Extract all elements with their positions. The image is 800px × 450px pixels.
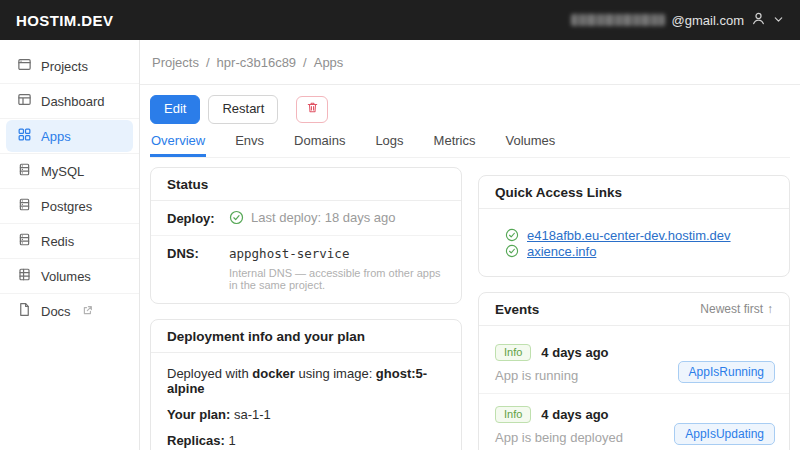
- status-card-title: Status: [151, 168, 461, 201]
- volumes-icon: [17, 267, 32, 285]
- event-time: 4 days ago: [541, 345, 608, 360]
- database-icon: [17, 162, 32, 180]
- sidebar-divider: [0, 293, 139, 294]
- deployment-card-title: Deployment info and your plan: [151, 320, 461, 353]
- check-circle-icon: [229, 210, 244, 225]
- tab-volumes[interactable]: Volumes: [504, 126, 556, 157]
- event-type-badge: AppIsUpdating: [674, 423, 775, 445]
- docs-icon: [17, 302, 32, 320]
- app-logo: HOSTIM.DEV: [16, 12, 113, 29]
- projects-icon: [17, 57, 32, 75]
- sidebar-item-volumes[interactable]: Volumes: [6, 260, 133, 292]
- tab-domains[interactable]: Domains: [293, 126, 346, 157]
- sidebar-divider: [0, 258, 139, 259]
- redacted-email: [571, 14, 665, 26]
- event-message: App is running: [495, 368, 609, 383]
- external-link-icon: [80, 304, 93, 319]
- database-icon: [17, 232, 32, 250]
- event-message: App is being deployed: [495, 430, 623, 445]
- deployment-card: Deployment info and your plan Deployed w…: [150, 319, 462, 450]
- edit-button[interactable]: Edit: [150, 95, 200, 124]
- check-circle-icon: [505, 228, 519, 242]
- info-badge: Info: [495, 344, 531, 361]
- sidebar-divider: [0, 153, 139, 154]
- breadcrumb-separator: /: [303, 55, 307, 70]
- main-content: Projects / hpr-c3b16c89 / Apps Edit Rest…: [140, 40, 800, 450]
- events-card: Events Newest first ↑ Info: [478, 292, 790, 450]
- restart-button[interactable]: Restart: [208, 95, 278, 124]
- sidebar-item-postgres[interactable]: Postgres: [6, 190, 133, 222]
- breadcrumb-current-apps: Apps: [314, 55, 344, 70]
- plan-row: Replicas: 1: [167, 433, 445, 448]
- quick-link-row: e418afbb.eu-center-dev.hostim.dev: [505, 228, 773, 243]
- dns-value: appghost-service: [229, 244, 445, 261]
- sidebar-divider: [0, 188, 139, 189]
- breadcrumb-projects[interactable]: Projects: [152, 55, 199, 70]
- apps-grid-icon: [17, 127, 32, 145]
- dashboard-icon: [17, 92, 32, 110]
- tab-logs[interactable]: Logs: [374, 126, 404, 157]
- quick-links-title: Quick Access Links: [479, 176, 789, 209]
- sidebar-item-apps[interactable]: Apps: [6, 120, 133, 152]
- tab-overview[interactable]: Overview: [150, 126, 206, 157]
- topbar: HOSTIM.DEV @gmail.com: [0, 0, 800, 40]
- events-title: Events: [495, 302, 539, 317]
- quick-link[interactable]: e418afbb.eu-center-dev.hostim.dev: [527, 228, 731, 243]
- breadcrumb: Projects / hpr-c3b16c89 / Apps: [140, 40, 800, 85]
- deploy-row: Deploy: Last deploy: 18 days ago: [151, 201, 461, 236]
- sidebar: Projects Dashboard Apps MySQL Postgres R…: [0, 40, 140, 450]
- delete-button[interactable]: [296, 96, 328, 123]
- email-suffix: @gmail.com: [672, 13, 744, 28]
- dns-row: DNS: appghost-service Internal DNS — acc…: [151, 236, 461, 303]
- quick-link-row: axience.info: [505, 244, 773, 259]
- tab-envs[interactable]: Envs: [234, 126, 265, 157]
- user-icon: [751, 11, 766, 29]
- arrow-up-icon: ↑: [767, 302, 773, 316]
- breadcrumb-separator: /: [206, 55, 210, 70]
- right-column: Quick Access Links e418afbb.eu-center-de…: [478, 175, 790, 450]
- sidebar-item-docs[interactable]: Docs: [6, 295, 133, 327]
- check-circle-icon: [505, 244, 519, 258]
- chevron-down-icon: [773, 13, 784, 28]
- deploy-status-text: Last deploy: 18 days ago: [251, 210, 396, 225]
- dns-note: Internal DNS — accessible from other app…: [229, 267, 445, 291]
- trash-icon: [306, 101, 319, 118]
- sidebar-divider: [0, 223, 139, 224]
- database-icon: [17, 197, 32, 215]
- sort-toggle[interactable]: Newest first ↑: [700, 302, 773, 316]
- deployed-with-line: Deployed with docker using image: ghost:…: [167, 366, 445, 396]
- event-time: 4 days ago: [541, 407, 608, 422]
- tab-metrics[interactable]: Metrics: [433, 126, 477, 157]
- left-column: Status Deploy: Last deploy: 18 days ago …: [150, 167, 462, 450]
- tab-bar: Overview Envs Domains Logs Metrics Volum…: [150, 126, 790, 158]
- quick-links-card: Quick Access Links e418afbb.eu-center-de…: [478, 175, 790, 277]
- quick-link[interactable]: axience.info: [527, 244, 596, 259]
- dns-label: DNS:: [167, 244, 229, 291]
- sidebar-item-projects[interactable]: Projects: [6, 50, 133, 82]
- event-row: Info 4 days ago App is being deployed Ap…: [479, 394, 789, 450]
- breadcrumb-project-id[interactable]: hpr-c3b16c89: [217, 55, 297, 70]
- deploy-label: Deploy:: [167, 209, 229, 226]
- sidebar-item-dashboard[interactable]: Dashboard: [6, 85, 133, 117]
- sidebar-item-redis[interactable]: Redis: [6, 225, 133, 257]
- sidebar-divider: [0, 83, 139, 84]
- user-menu[interactable]: @gmail.com: [571, 11, 784, 29]
- sidebar-divider: [0, 118, 139, 119]
- event-type-badge: AppIsRunning: [678, 361, 775, 383]
- info-badge: Info: [495, 406, 531, 423]
- plan-row: Your plan: sa-1-1: [167, 407, 445, 422]
- event-row: Info 4 days ago App is running AppIsRunn…: [479, 332, 789, 394]
- status-card: Status Deploy: Last deploy: 18 days ago …: [150, 167, 462, 304]
- sidebar-item-mysql[interactable]: MySQL: [6, 155, 133, 187]
- action-bar: Edit Restart: [150, 95, 790, 124]
